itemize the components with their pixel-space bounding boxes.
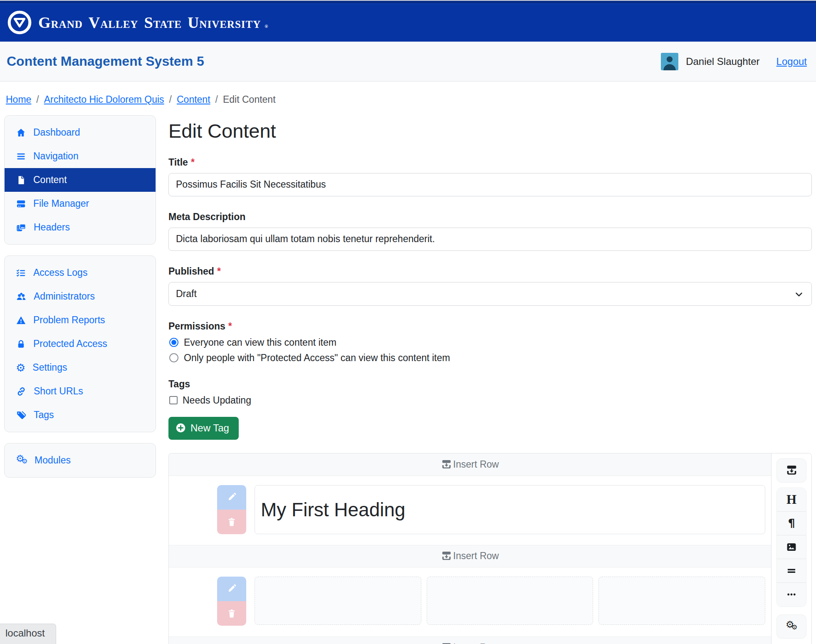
title-input[interactable]	[168, 173, 812, 196]
required-marker: *	[217, 266, 221, 277]
toolbar-divider-button[interactable]	[777, 559, 806, 583]
required-marker: *	[228, 321, 232, 332]
delete-row-button[interactable]	[217, 601, 246, 626]
sidebar-item-label: Navigation	[33, 151, 79, 162]
editor-toolbar: H ¶ ⚙ ⚙	[771, 453, 811, 644]
toolbar-image-button[interactable]	[777, 535, 806, 559]
link-icon	[16, 386, 27, 396]
permission-option-protected: Only people with "Protected Access" can …	[169, 352, 812, 364]
tags-label: Tags	[168, 379, 812, 390]
breadcrumb-home[interactable]: Home	[6, 94, 31, 105]
breadcrumb: Home / Architecto Hic Dolorem Quis / Con…	[0, 82, 816, 115]
user-area: Daniel Slaughter Logout	[661, 53, 809, 70]
meta-description-input[interactable]	[168, 228, 812, 251]
tags-icon	[16, 410, 27, 420]
toolbar-paragraph-button[interactable]: ¶	[777, 512, 806, 535]
sidebar-item-dashboard[interactable]: Dashboard	[5, 121, 156, 144]
sidebar-item-protected-access[interactable]: Protected Access	[5, 332, 156, 356]
trash-icon	[227, 608, 237, 618]
sidebar-item-headers[interactable]: Headers	[5, 215, 156, 239]
users-icon	[16, 292, 27, 302]
insert-row-icon	[786, 465, 797, 476]
sidebar-item-label: Content	[33, 174, 67, 186]
radio-label: Only people with "Protected Access" can …	[184, 352, 450, 364]
sidebar-item-file-manager[interactable]: File Manager	[5, 192, 156, 215]
image-icon	[786, 542, 797, 552]
sidebar-item-label: Administrators	[34, 291, 95, 302]
radio-label: Everyone can view this content item	[184, 337, 336, 348]
sidebar-item-label: Short URLs	[34, 386, 83, 397]
sidebar-item-problem-reports[interactable]: Problem Reports	[5, 308, 156, 332]
checkbox-label: Needs Updating	[183, 395, 251, 406]
insert-row-icon	[441, 551, 452, 561]
toolbar-insert-row-button[interactable]	[776, 458, 806, 483]
paragraph-icon: ¶	[788, 517, 795, 530]
breadcrumb-separator: /	[215, 94, 218, 105]
home-icon	[16, 128, 26, 138]
gears-icon: ⚙ ⚙	[16, 455, 27, 466]
insert-row-label: Insert Row	[453, 550, 499, 562]
images-icon	[16, 223, 27, 233]
status-url-text: localhost	[5, 627, 45, 639]
insert-row-button-top[interactable]: Insert Row	[169, 453, 771, 476]
sidebar-item-label: Settings	[32, 362, 67, 373]
sidebar-item-settings[interactable]: ⚙ Settings	[5, 356, 156, 379]
delete-row-button[interactable]	[217, 510, 246, 534]
insert-row-icon	[441, 459, 452, 470]
sidebar-item-label: File Manager	[33, 198, 89, 209]
wordmark-word: Grand	[38, 13, 83, 32]
sidebar-item-administrators[interactable]: Administrators	[5, 285, 156, 308]
sidebar-item-short-urls[interactable]: Short URLs	[5, 379, 156, 403]
sidebar-item-label: Headers	[34, 222, 70, 233]
pencil-icon	[226, 583, 237, 594]
published-select[interactable]: Draft	[168, 282, 812, 306]
radio-protected[interactable]	[169, 353, 178, 362]
column-row	[255, 577, 765, 626]
sidebar-item-tags[interactable]: Tags	[5, 403, 156, 427]
heading-block[interactable]: My First Heading	[255, 485, 765, 534]
editor-row-columns	[169, 567, 771, 637]
new-tag-button[interactable]: New Tag	[168, 417, 239, 440]
sidebar-group-modules: ⚙ ⚙ Modules	[4, 443, 156, 478]
chevron-down-icon	[794, 290, 804, 300]
app-header: Content Management System 5 Daniel Slaug…	[0, 42, 816, 82]
insert-row-button-bottom[interactable]: Insert Row	[169, 637, 771, 644]
sidebar-item-label: Tags	[34, 409, 54, 421]
empty-column-slot[interactable]	[598, 577, 765, 625]
radio-everyone[interactable]	[169, 338, 178, 347]
breadcrumb-content[interactable]: Content	[177, 94, 210, 105]
insert-row-button-middle[interactable]: Insert Row	[169, 545, 771, 567]
sidebar-item-access-logs[interactable]: Access Logs	[5, 261, 156, 285]
sidebar-item-navigation[interactable]: Navigation	[5, 144, 156, 168]
sidebar: Dashboard Navigation Content File Manage…	[4, 115, 156, 488]
user-name: Daniel Slaughter	[686, 56, 759, 67]
divider-icon	[786, 565, 797, 576]
toolbar-modules-button[interactable]: ⚙ ⚙	[776, 614, 806, 639]
sidebar-group-admin: Access Logs Administrators Problem Repor…	[4, 255, 156, 432]
toolbar-more-button[interactable]	[777, 583, 806, 607]
logout-link[interactable]: Logout	[776, 56, 807, 67]
empty-column-slot[interactable]	[255, 577, 421, 625]
sidebar-item-content[interactable]: Content	[5, 168, 156, 192]
content-editor: Insert Row My First Heading	[168, 453, 812, 644]
sidebar-group-content: Dashboard Navigation Content File Manage…	[4, 115, 156, 245]
edit-row-button[interactable]	[217, 485, 246, 510]
needs-updating-checkbox[interactable]	[169, 396, 178, 404]
editor-row-heading: My First Heading	[169, 476, 771, 545]
empty-column-slot[interactable]	[427, 577, 593, 625]
list-check-icon	[16, 268, 26, 278]
published-select-value: Draft	[176, 288, 197, 300]
breadcrumb-section[interactable]: Architecto Hic Dolorem Quis	[44, 94, 164, 105]
breadcrumb-current: Edit Content	[223, 94, 276, 105]
toolbar-heading-button[interactable]: H	[777, 488, 806, 512]
insert-row-label: Insert Row	[453, 459, 499, 470]
content-layout: Dashboard Navigation Content File Manage…	[0, 115, 816, 644]
sidebar-item-label: Access Logs	[33, 267, 87, 278]
published-label: Published*	[168, 266, 812, 277]
pencil-icon	[226, 492, 237, 503]
app-title: Content Management System 5	[7, 54, 204, 69]
edit-row-button[interactable]	[217, 577, 246, 601]
person-icon	[661, 53, 678, 70]
sidebar-item-modules[interactable]: ⚙ ⚙ Modules	[5, 448, 156, 472]
brand-bar: Grand Valley State University®	[0, 0, 816, 42]
